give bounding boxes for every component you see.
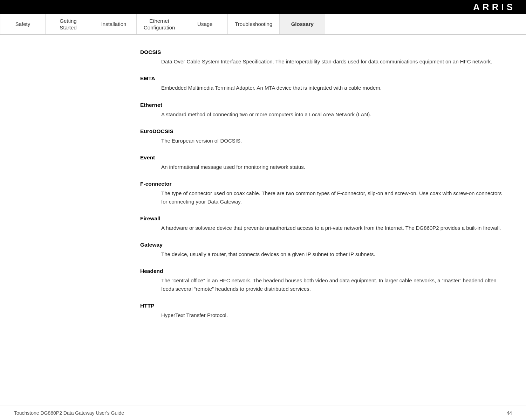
- glossary-entry: HeadendThe “central office” in an HFC ne…: [140, 268, 505, 293]
- glossary-definition: A standard method of connecting two or m…: [161, 110, 505, 118]
- glossary-term: Ethernet: [140, 102, 505, 108]
- navigation-bar: Safety GettingStarted Installation Ether…: [0, 14, 526, 35]
- glossary-entry: EMTAEmbedded Multimedia Terminal Adapter…: [140, 75, 505, 92]
- glossary-entry: EthernetA standard method of connecting …: [140, 102, 505, 118]
- glossary-definition: Embedded Multimedia Terminal Adapter. An…: [161, 84, 505, 92]
- logo-bar: ARRIS: [0, 0, 526, 14]
- glossary-entry: FirewallA hardware or software device th…: [140, 215, 505, 232]
- footer-page: 44: [506, 410, 512, 416]
- nav-troubleshooting[interactable]: Troubleshooting: [228, 14, 280, 34]
- footer-title: Touchstone DG860P2 Data Gateway User's G…: [14, 410, 124, 416]
- glossary-definition: The European version of DOCSIS.: [161, 137, 505, 145]
- nav-safety[interactable]: Safety: [0, 14, 46, 34]
- glossary-definition: The device, usually a router, that conne…: [161, 250, 505, 258]
- glossary-definition: A hardware or software device that preve…: [161, 224, 505, 232]
- glossary-term: F-connector: [140, 181, 505, 187]
- glossary-definition: HyperText Transfer Protocol.: [161, 311, 505, 319]
- glossary-definition: An informational message used for monito…: [161, 163, 505, 171]
- glossary-term: Gateway: [140, 242, 505, 248]
- glossary-entry: EventAn informational message used for m…: [140, 154, 505, 171]
- nav-glossary[interactable]: Glossary: [280, 14, 325, 34]
- glossary-term: DOCSIS: [140, 49, 505, 55]
- glossary-entry: EuroDOCSISThe European version of DOCSIS…: [140, 128, 505, 145]
- nav-getting-started[interactable]: GettingStarted: [46, 14, 91, 34]
- glossary-definition: The type of connector used on coax cable…: [161, 189, 505, 206]
- nav-usage[interactable]: Usage: [182, 14, 228, 34]
- glossary-term: HTTP: [140, 303, 505, 309]
- glossary-entry: HTTPHyperText Transfer Protocol.: [140, 303, 505, 319]
- glossary-term: Firewall: [140, 215, 505, 222]
- footer: Touchstone DG860P2 Data Gateway User's G…: [0, 406, 526, 420]
- main-content: DOCSISData Over Cable System Interface S…: [0, 35, 526, 343]
- nav-installation[interactable]: Installation: [91, 14, 137, 34]
- arris-logo: ARRIS: [473, 2, 515, 13]
- glossary-entry: GatewayThe device, usually a router, tha…: [140, 242, 505, 258]
- content-area: DOCSISData Over Cable System Interface S…: [133, 46, 526, 332]
- sidebar: [0, 46, 133, 332]
- glossary-entry: F-connectorThe type of connector used on…: [140, 181, 505, 206]
- glossary-term: EuroDOCSIS: [140, 128, 505, 135]
- glossary-term: EMTA: [140, 75, 505, 82]
- nav-ethernet-configuration[interactable]: EthernetConfiguration: [137, 14, 182, 34]
- glossary-term: Headend: [140, 268, 505, 274]
- glossary-term: Event: [140, 154, 505, 161]
- glossary-definition: Data Over Cable System Interface Specifi…: [161, 57, 505, 66]
- glossary-definition: The “central office” in an HFC network. …: [161, 276, 505, 293]
- glossary-entry: DOCSISData Over Cable System Interface S…: [140, 49, 505, 66]
